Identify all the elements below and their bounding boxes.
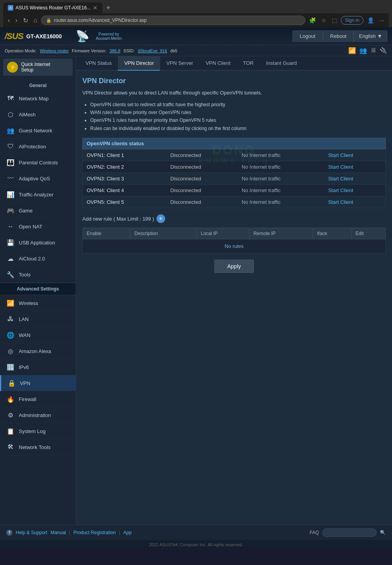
wan-icon: 🌐 — [6, 331, 15, 339]
sidebar-item-aicloud[interactable]: ☁ AiCloud 2.0 — [0, 251, 76, 267]
ovpn-client-2-traffic: No Internet traffic — [238, 161, 324, 173]
collections-button[interactable]: ⬚ — [330, 16, 339, 24]
sidebar-item-usb-application[interactable]: 💾 USB Application — [0, 235, 76, 251]
language-button[interactable]: English ▼ — [354, 30, 387, 42]
add-rule-button[interactable]: + — [157, 214, 165, 223]
sidebar-item-tools[interactable]: 🔧 Tools — [0, 267, 76, 283]
logout-button[interactable]: Logout — [292, 30, 323, 42]
tab-vpn-client-label: VPN Client — [206, 60, 231, 66]
sidebar-item-wireless[interactable]: 📶 Wireless — [0, 295, 76, 311]
sidebar-item-vpn[interactable]: 🔒 VPN — [0, 375, 76, 391]
aiprotection-icon: 🛡 — [6, 142, 15, 151]
sidebar-label-lan: LAN — [19, 316, 29, 322]
sidebar-item-wan[interactable]: 🌐 WAN — [0, 327, 76, 343]
sidebar-label-ipv6: IPv6 — [19, 364, 29, 370]
bullet-1: OpenVPN clients set to redirect all traf… — [90, 101, 386, 109]
vpn-director-title: VPN Director — [82, 77, 386, 85]
sidebar-label-usb-application: USB Application — [19, 240, 55, 246]
sidebar-item-system-log[interactable]: 📋 System Log — [0, 423, 76, 439]
firewall-icon: 🔥 — [6, 395, 15, 403]
new-tab-button[interactable]: + — [104, 3, 113, 13]
tab-vpn-server-label: VPN Server — [166, 60, 193, 66]
sign-in-button[interactable]: Sign in — [341, 16, 364, 25]
sidebar-label-wan: WAN — [19, 332, 30, 338]
sidebar-item-lan[interactable]: 🖧 LAN — [0, 311, 76, 327]
sidebar-item-guest-network[interactable]: 👥 Guest Network — [0, 123, 76, 139]
ovpn-client-1-traffic: No Internet traffic — [238, 150, 324, 161]
no-rules-row: No rules — [83, 239, 386, 253]
sidebar-item-aiprotection[interactable]: 🛡 AiProtection — [0, 139, 76, 155]
sidebar-item-network-tools[interactable]: 🛠 Network Tools — [0, 439, 76, 455]
ovpn-client-5-action[interactable]: Start Client — [328, 199, 353, 205]
asus-logo-text: /SUS — [5, 31, 23, 41]
powered-by-name: Asuswrt-Merlin — [96, 36, 121, 41]
ipv6-icon: 🔢 — [6, 363, 15, 371]
tab-instant-guard[interactable]: Instant Guard — [260, 56, 303, 71]
help-icon: ? — [6, 529, 12, 536]
sidebar-item-open-nat[interactable]: ↔ Open NAT — [0, 219, 76, 235]
sidebar-item-amazon-alexa[interactable]: ◎ Amazon Alexa — [0, 343, 76, 359]
faq-search-input[interactable] — [322, 528, 377, 537]
tab-title: ASUS Wireless Router GT-AXE16... — [16, 5, 91, 11]
home-button[interactable]: ⌂ — [32, 16, 39, 25]
refresh-button[interactable]: ↻ — [21, 16, 30, 25]
sidebar-item-ipv6[interactable]: 🔢 IPv6 — [0, 359, 76, 375]
ovpn-client-3-status: Disconnected — [166, 173, 238, 185]
reboot-button[interactable]: Reboot — [323, 30, 354, 42]
col-edit: Edit — [351, 228, 385, 239]
sidebar-item-game[interactable]: 🎮 Game — [0, 203, 76, 219]
ovpn-client-1-name: OVPN1: Client 1 — [83, 150, 167, 161]
tab-vpn-server[interactable]: VPN Server — [160, 56, 200, 71]
ssid-value: dStoutEve_916 — [138, 48, 167, 53]
tab-vpn-director[interactable]: VPN Director — [118, 56, 160, 71]
sidebar-item-aimesh[interactable]: ⬡ AiMesh — [0, 107, 76, 123]
ovpn-client-row-3: OVPN3: Client 3 Disconnected No Internet… — [83, 173, 386, 185]
sidebar-label-traffic-analyzer: Traffic Analyzer — [19, 192, 53, 198]
extensions-button[interactable]: 🧩 — [308, 16, 317, 24]
sidebar-item-network-map[interactable]: 🗺 Network Map — [0, 91, 76, 107]
active-tab[interactable]: A ASUS Wireless Router GT-AXE16... ✕ — [3, 2, 102, 13]
faq-label: FAQ — [310, 530, 319, 535]
add-rule-section: Add new rule ( Max Limit : 199 ) + — [82, 214, 386, 223]
ovpn-client-4-action[interactable]: Start Client — [328, 187, 353, 193]
sidebar-label-system-log: System Log — [19, 428, 46, 434]
product-registration-link[interactable]: Product Registration — [73, 530, 116, 535]
guest-network-icon: 👥 — [6, 126, 15, 135]
quick-setup-item[interactable]: ⚡ Quick InternetSetup — [3, 59, 73, 76]
ovpn-client-row-2: OVPN2: Client 2 Disconnected No Internet… — [83, 161, 386, 173]
operation-mode-label: Operation Mode: — [5, 48, 37, 53]
sidebar-label-network-map: Network Map — [19, 96, 49, 102]
tab-vpn-client[interactable]: VPN Client — [200, 56, 237, 71]
ovpn-client-2-action[interactable]: Start Client — [328, 164, 353, 170]
manual-link[interactable]: Manual — [50, 530, 66, 535]
sidebar-item-adaptive-qos[interactable]: 〰 Adaptive QoS — [0, 171, 76, 187]
forward-button[interactable]: › — [14, 16, 19, 25]
ovpn-client-3-action[interactable]: Start Client — [328, 176, 353, 182]
aicloud-icon: ☁ — [6, 254, 15, 263]
app-link[interactable]: App — [123, 530, 132, 535]
address-bar[interactable]: 🔒 router.asus.com/Advanced_VPNDirector.a… — [41, 16, 305, 25]
sidebar-item-firewall[interactable]: 🔥 Firewall — [0, 391, 76, 407]
sidebar-item-administration[interactable]: ⚙ Administration — [0, 407, 76, 423]
sidebar-item-parental-controls[interactable]: 👪 Parental Controls — [0, 155, 76, 171]
help-support-link[interactable]: Help & Support — [16, 530, 47, 535]
tab-close-btn[interactable]: ✕ — [93, 5, 98, 11]
general-section-title: General — [0, 78, 76, 91]
favorites-button[interactable]: ☆ — [320, 16, 328, 24]
tab-tor[interactable]: TOR — [237, 56, 260, 71]
vpn-director-content: VPN Director VPN Director allows you to … — [76, 71, 392, 279]
ovpn-client-row-5: OVPN5: Client 5 Disconnected No Internet… — [83, 196, 386, 208]
tab-vpn-status[interactable]: VPN Status — [79, 56, 118, 71]
more-button[interactable]: ··· — [378, 16, 386, 24]
ovpn-client-1-action[interactable]: Start Client — [328, 152, 353, 158]
tab-instant-guard-label: Instant Guard — [266, 60, 297, 66]
sidebar-item-traffic-analyzer[interactable]: 📊 Traffic Analyzer — [0, 187, 76, 203]
search-icon[interactable]: 🔍 — [380, 530, 386, 535]
account-icon[interactable]: 👤 — [366, 16, 376, 24]
rules-table: Enable Description Local IP Remote IP If… — [82, 228, 386, 253]
apply-button[interactable]: Apply — [214, 260, 254, 273]
back-button[interactable]: ‹ — [6, 16, 11, 25]
ssid-label: SSID: — [123, 48, 135, 53]
footer-sep-2: | — [119, 530, 120, 535]
sidebar-label-adaptive-qos: Adaptive QoS — [19, 176, 50, 182]
